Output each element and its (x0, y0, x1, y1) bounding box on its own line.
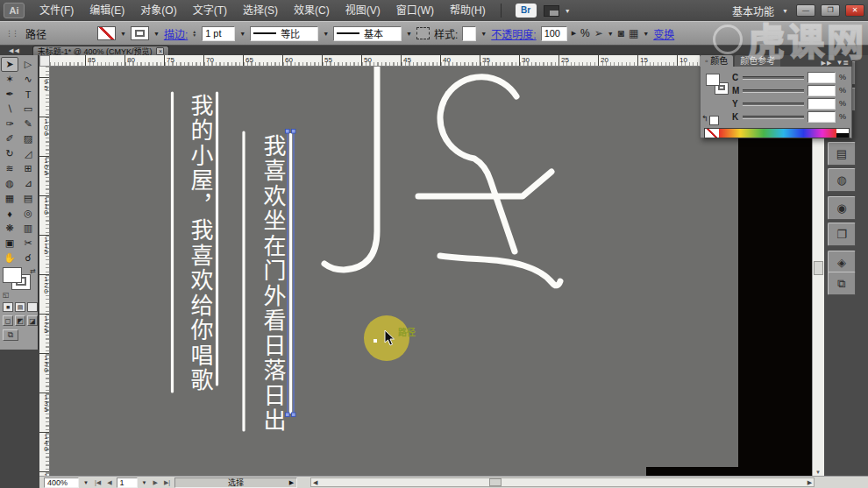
pen-tool[interactable]: ✒ (1, 87, 18, 102)
direct-selection-tool[interactable]: ▷ (19, 57, 37, 72)
chevron-down-icon[interactable]: ▼ (643, 31, 649, 37)
eraser-tool[interactable]: ▨ (19, 131, 37, 146)
channel-value-field[interactable] (808, 98, 836, 110)
align-grid-icon[interactable]: ▦ (629, 27, 638, 39)
opacity-link[interactable]: 不透明度: (491, 26, 536, 41)
ruler-corner[interactable] (39, 55, 50, 67)
swap-fill-stroke-icon[interactable]: ⇄ (30, 267, 36, 275)
style-select[interactable] (462, 26, 476, 41)
tab-color-guide[interactable]: 颜色参考 (735, 55, 780, 67)
stroke-link[interactable]: 描边: (164, 26, 188, 41)
symbol-sprayer-tool[interactable]: ❋ (1, 221, 18, 236)
chevron-down-icon[interactable]: ▼ (120, 31, 126, 37)
bridge-button[interactable]: Br (516, 4, 537, 18)
channel-value-field[interactable] (808, 85, 836, 96)
blend-tool[interactable]: ◎ (19, 206, 37, 221)
channel-slider[interactable] (743, 103, 804, 106)
chevron-down-icon[interactable]: ▼ (153, 31, 160, 37)
chevron-down-icon[interactable]: ▼ (608, 31, 614, 37)
magic-wand-tool[interactable]: ✶ (1, 72, 18, 87)
menu-item-1[interactable]: 编辑(E) (82, 0, 132, 21)
gradient-button[interactable]: ▤ (15, 302, 25, 312)
appearance-panel-icon[interactable]: ◉ (828, 196, 856, 220)
stroke-color-swatch[interactable] (131, 26, 149, 40)
recolor-artwork-icon[interactable] (416, 27, 430, 39)
line-tool[interactable]: ∖ (1, 102, 18, 117)
width-profile-select[interactable]: 等比 (250, 26, 318, 41)
slice-tool[interactable]: ✂ (19, 236, 37, 251)
pencil-tool[interactable]: ✎ (19, 117, 37, 131)
first-artboard-button[interactable]: |◀ (93, 479, 103, 486)
paintbrush-tool[interactable]: ✑ (1, 117, 18, 131)
perspective-grid-tool[interactable]: ⊿ (19, 176, 37, 191)
hand-tool[interactable]: ✋ (1, 251, 18, 265)
chevron-down-icon[interactable]: ▼ (140, 480, 149, 485)
horizontal-scrollbar[interactable]: ◀ ▶ (310, 477, 815, 487)
lasso-tool[interactable]: ∿ (19, 72, 37, 87)
document-tab[interactable]: 未标题-1* @ 400% (CMYK/预览) × (32, 46, 170, 55)
spectrum-gradient[interactable] (719, 129, 836, 138)
zoom-tool[interactable]: ☌ (19, 251, 37, 265)
width-tool[interactable]: ≋ (1, 161, 18, 176)
vertical-scrollbar-thumb[interactable] (814, 261, 823, 275)
chevron-down-icon[interactable]: ▼ (782, 8, 788, 14)
canvas[interactable]: 我的小屋，我喜欢给你唱歌 我喜欢坐在门外看日落日出 路径 (50, 67, 812, 476)
color-button[interactable]: ■ (3, 302, 13, 312)
menu-item-7[interactable]: 窗口(W) (388, 0, 442, 21)
chevron-right-icon[interactable]: ▶ (572, 30, 576, 37)
channel-slider[interactable] (743, 89, 804, 93)
menu-item-5[interactable]: 效果(C) (286, 0, 338, 21)
vertical-text-left[interactable]: 我的小屋，我喜欢给你唱歌 (187, 94, 213, 393)
close-icon[interactable]: × (156, 47, 164, 55)
vertical-text-right[interactable]: 我喜欢坐在门外看日落日出 (260, 134, 286, 434)
select-similar-icon[interactable]: ➢ (594, 27, 603, 39)
menu-item-2[interactable]: 对象(O) (132, 0, 184, 21)
recolor-icon[interactable]: ◙ (618, 27, 624, 39)
j-stroke-path[interactable] (324, 67, 377, 270)
gradient-panel-icon[interactable]: ▤ (828, 142, 856, 166)
transform-link[interactable]: 变换 (653, 26, 674, 41)
grip-handle-icon[interactable]: ⋮⋮ (5, 29, 18, 38)
rotate-tool[interactable]: ↻ (1, 146, 18, 161)
none-swatch[interactable] (705, 129, 719, 138)
menu-item-4[interactable]: 选择(S) (235, 0, 286, 21)
graphic-styles-panel-icon[interactable]: ❐ (828, 223, 856, 246)
channel-slider[interactable] (743, 116, 804, 119)
prev-artboard-button[interactable]: ◀ (105, 479, 113, 486)
artboards-panel-icon[interactable]: ⧉ (828, 272, 856, 295)
shape-builder-tool[interactable]: ◍ (1, 176, 18, 191)
blob-brush-tool[interactable]: ✐ (1, 131, 18, 146)
white-black-swatches[interactable] (836, 129, 849, 138)
collapse-panel-icon[interactable]: ▶▶ (822, 60, 833, 67)
vertical-ruler[interactable]: 95100105110115120125130135140145 (39, 67, 50, 476)
brush-definition-select[interactable]: 基本 (333, 26, 402, 41)
channel-value-field[interactable] (808, 111, 836, 123)
menu-item-3[interactable]: 文字(T) (185, 0, 235, 21)
figure-leg-path[interactable] (440, 256, 560, 286)
column-graph-tool[interactable]: ▥ (19, 221, 37, 236)
artboard-tool[interactable]: ▣ (1, 236, 18, 251)
draw-behind-button[interactable]: ◩ (15, 315, 25, 326)
chevron-down-icon[interactable]: ▼ (323, 31, 329, 37)
free-transform-tool[interactable]: ⊞ (19, 161, 37, 176)
eyedropper-tool[interactable]: ♦ (1, 206, 18, 221)
menu-item-6[interactable]: 视图(V) (338, 0, 388, 21)
none-button[interactable] (27, 302, 38, 312)
chevron-down-icon[interactable]: ▼ (406, 31, 412, 37)
rectangle-tool[interactable]: ▭ (19, 102, 37, 117)
chevron-down-icon[interactable]: ▼ (565, 8, 571, 14)
close-button[interactable]: ✕ (845, 4, 864, 17)
chevron-right-icon[interactable]: ▶ (289, 479, 294, 486)
scale-tool[interactable]: ◿ (19, 146, 37, 161)
fill-proxy[interactable] (706, 74, 720, 86)
collapse-panel-icon[interactable]: ◀◀ (9, 47, 20, 54)
artboard-number-field[interactable]: 1 (117, 477, 138, 488)
gamut-swatch[interactable] (709, 116, 719, 125)
type-tool[interactable]: T (19, 87, 37, 102)
color-spectrum-bar[interactable] (704, 128, 850, 138)
layers-panel-icon[interactable]: ◈ (828, 251, 856, 274)
fill-proxy[interactable] (3, 267, 22, 283)
channel-value-field[interactable] (808, 72, 836, 83)
scroll-down-icon[interactable]: ▼ (815, 470, 821, 475)
fill-color-swatch[interactable] (97, 26, 116, 40)
